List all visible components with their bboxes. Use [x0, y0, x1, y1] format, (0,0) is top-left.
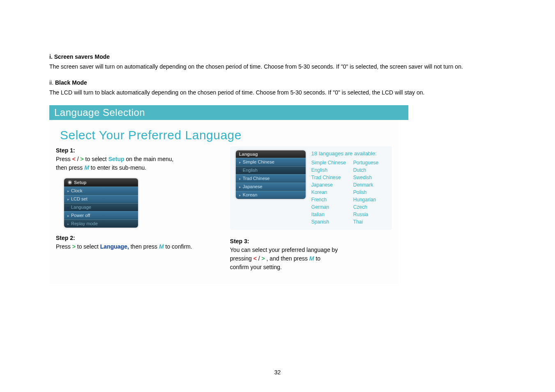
- left-column: Step 1: Press < / > to select Setup on t…: [56, 146, 222, 272]
- step3-part2: , and then press: [265, 255, 309, 262]
- lang-item-simple-chinese[interactable]: Simple Chinese: [236, 158, 306, 166]
- m-icon: M: [309, 255, 314, 262]
- step2-block: Step 2: Press > to select Language, then…: [56, 234, 222, 251]
- avail-lang: Denmark: [353, 181, 378, 189]
- step1-slash: /: [76, 156, 81, 162]
- avail-lang: Hungarian: [353, 196, 378, 203]
- language-content-block: Select Your Preferred Language Step 1: P…: [49, 120, 398, 284]
- lang-menu-header: Languag: [236, 150, 306, 158]
- menu-item-replay-mode[interactable]: Replay mode: [64, 219, 138, 228]
- setup-device-menu: Setup Clock LCD set Language Power off R…: [64, 178, 138, 228]
- step2-part2: to select: [76, 243, 100, 250]
- language-device-menu: Languag Simple Chinese English Trad Chin…: [236, 150, 306, 199]
- step3-label: Step 3:: [230, 238, 249, 244]
- avail-lang: Dutch: [353, 166, 378, 174]
- avail-lang: Korean: [311, 189, 346, 196]
- step1-line2a: then press: [56, 164, 84, 171]
- language-selection-banner: Language Selection: [49, 105, 408, 120]
- body-black-mode: The LCD will turn to black automatically…: [49, 88, 506, 97]
- language-keyword: Language,: [100, 243, 129, 250]
- lang-item-trad-chinese[interactable]: Trad Chinese: [236, 174, 306, 182]
- lt-icon: <: [253, 255, 257, 262]
- setup-menu-header: Setup: [64, 178, 138, 187]
- step1-block: Step 1: Press < / > to select Setup on t…: [56, 146, 222, 172]
- avail-lang: Russia: [353, 211, 378, 218]
- avail-lang: English: [311, 166, 346, 174]
- avail-lang: Spanish: [311, 218, 346, 226]
- right-column: Languag Simple Chinese English Trad Chin…: [230, 146, 392, 272]
- step2-part3: then press: [129, 243, 159, 250]
- heading-text: Black Mode: [55, 79, 87, 86]
- available-languages-block: 18 languages are available: Simple Chine…: [311, 150, 378, 226]
- m-icon: M: [159, 243, 164, 250]
- step3-slash: /: [257, 255, 262, 262]
- step3-line1: You can select your preferred language b…: [230, 247, 338, 253]
- avail-lang: Polish: [353, 189, 378, 196]
- step2-part4: to confirm.: [164, 243, 192, 250]
- body-screen-savers: The screen saver will turn on automatica…: [49, 62, 506, 71]
- step2-part1: Press: [56, 243, 72, 250]
- gt-icon: >: [81, 156, 84, 162]
- gt-icon: >: [72, 243, 76, 250]
- avail-lang: Swedish: [353, 174, 378, 181]
- available-columns: Simple Chinese English Trad Chinese Japa…: [311, 159, 378, 226]
- avail-lang: French: [311, 196, 346, 203]
- menu-item-clock[interactable]: Clock: [64, 187, 138, 195]
- select-language-title: Select Your Preferred Language: [60, 128, 392, 142]
- menu-item-lcd-set[interactable]: LCD set: [64, 195, 138, 203]
- available-col2: Portuguese Dutch Swedish Denmark Polish …: [353, 159, 378, 226]
- step2-label: Step 2:: [56, 235, 75, 241]
- heading-text: i. Screen savers Mode: [49, 53, 110, 60]
- step1-part1: Press: [56, 156, 72, 162]
- avail-lang: Japanese: [311, 181, 346, 189]
- step3-part1: pressing: [230, 255, 253, 262]
- avail-lang: Czech: [353, 203, 378, 211]
- lt-icon: <: [72, 156, 76, 162]
- step1-part3: on the main menu,: [124, 156, 174, 162]
- step3-part3: to: [314, 255, 321, 262]
- menu-item-language[interactable]: Language: [64, 203, 138, 211]
- avail-lang: German: [311, 203, 346, 211]
- setup-menu-header-text: Setup: [74, 180, 87, 185]
- step1-line2b: to enter its sub-menu.: [89, 164, 146, 171]
- language-panel: Languag Simple Chinese English Trad Chin…: [230, 146, 392, 230]
- avail-lang: Portuguese: [353, 159, 378, 166]
- available-col1: Simple Chinese English Trad Chinese Japa…: [311, 159, 346, 226]
- step3-block: Step 3: You can select your preferred la…: [230, 237, 392, 272]
- step1-label: Step 1:: [56, 147, 75, 154]
- page-number: 32: [0, 369, 555, 376]
- avail-lang: Italian: [311, 211, 346, 218]
- page-container: i. Screen savers Mode The screen saver w…: [0, 0, 555, 392]
- heading-black-mode: ii. Black Mode: [49, 79, 506, 86]
- two-column-layout: Step 1: Press < / > to select Setup on t…: [56, 146, 392, 272]
- available-caption: 18 languages are available:: [311, 150, 378, 157]
- lang-item-english[interactable]: English: [236, 166, 306, 174]
- m-icon: M: [84, 164, 89, 171]
- lang-item-japanese[interactable]: Japanese: [236, 182, 306, 191]
- heading-prefix: ii.: [49, 79, 55, 86]
- avail-lang: Thai: [353, 218, 378, 226]
- lang-item-korean[interactable]: Korean: [236, 191, 306, 199]
- gear-icon: [67, 180, 72, 185]
- avail-lang: Simple Chinese: [311, 159, 346, 166]
- avail-lang: Trad Chinese: [311, 174, 346, 181]
- heading-screen-savers: i. Screen savers Mode: [49, 53, 506, 60]
- gt-icon: >: [261, 255, 265, 262]
- step3-line3: confirm your setting.: [230, 264, 282, 270]
- step1-part2: to select: [84, 156, 108, 162]
- setup-keyword: Setup: [108, 156, 124, 162]
- menu-item-power-off[interactable]: Power off: [64, 211, 138, 219]
